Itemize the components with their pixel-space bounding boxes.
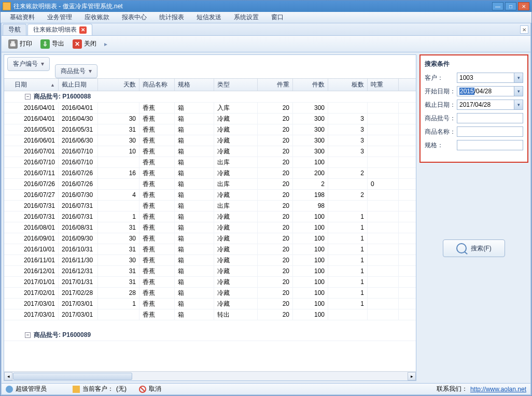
collapse-icon[interactable]: −: [25, 332, 31, 338]
col-end[interactable]: 截止日期: [59, 79, 98, 91]
minimize-button[interactable]: —: [492, 2, 503, 10]
menu-item[interactable]: 报表中心: [116, 11, 153, 23]
collapse-icon[interactable]: −: [25, 94, 31, 100]
group-row[interactable]: −商品批号: P1600088: [4, 91, 416, 103]
maximize-button[interactable]: □: [505, 2, 516, 10]
cell: 100: [293, 277, 328, 287]
toolbar-overflow[interactable]: ▸: [103, 38, 108, 50]
scroll-thumb[interactable]: [13, 373, 132, 380]
user-icon: [6, 386, 13, 393]
chevron-down-icon[interactable]: ▾: [514, 73, 523, 82]
table-row[interactable]: 2016/07/112016/07/2616香蕉箱冷藏202002: [4, 168, 416, 179]
cell: [98, 309, 139, 320]
cell: 冷藏: [214, 168, 258, 178]
end-date-input[interactable]: 2017/04/28▾: [457, 100, 523, 110]
cell: 2: [293, 179, 328, 189]
spec-input[interactable]: [457, 140, 523, 150]
print-button[interactable]: 🖶打印: [5, 38, 36, 50]
table-row[interactable]: 2016/09/012016/09/3030香蕉箱冷藏201001: [4, 233, 416, 244]
table-row[interactable]: 2016/05/012016/05/3131香蕉箱冷藏203003: [4, 124, 416, 135]
label-customer: 客户：: [425, 74, 457, 82]
menu-item[interactable]: 统计报表: [153, 11, 190, 23]
table-row[interactable]: 2016/12/012016/12/3131香蕉箱冷藏201001: [4, 266, 416, 277]
cell: 2016/07/30: [59, 190, 98, 200]
tabs-close-all[interactable]: ✕: [520, 25, 528, 34]
menu-item[interactable]: 基础资料: [4, 11, 41, 23]
cell: 箱: [175, 309, 214, 320]
col-date[interactable]: 日期▲: [4, 79, 59, 91]
group-row[interactable]: −商品批号: P1600089: [4, 330, 416, 341]
col-name[interactable]: 商品名称: [139, 79, 175, 91]
table-row[interactable]: 2016/08/012016/08/3131香蕉箱冷藏201001: [4, 222, 416, 233]
cell: [98, 157, 139, 167]
table-row[interactable]: 2016/07/262016/07/26香蕉箱出库2020: [4, 179, 416, 190]
cell: 31: [98, 244, 139, 254]
table-row[interactable]: 2016/06/012016/06/3030香蕉箱冷藏203003: [4, 135, 416, 146]
export-button[interactable]: ⇩导出: [37, 38, 68, 50]
cell: 香蕉: [139, 255, 175, 265]
tab-detail[interactable]: 往来账款明细表 ✕: [27, 24, 92, 35]
table-row[interactable]: 2016/07/102016/07/10香蕉箱出库20100: [4, 157, 416, 168]
cell: 20: [258, 255, 293, 265]
group-customer-tab[interactable]: 客户编号▾: [7, 57, 50, 71]
col-tw[interactable]: 吨重: [368, 79, 399, 91]
table-row[interactable]: 2017/02/012017/02/2828香蕉箱冷藏201001: [4, 288, 416, 299]
close-icon[interactable]: ✕: [79, 26, 87, 34]
menu-item[interactable]: 应收账款: [78, 11, 116, 23]
cell: 冷藏: [214, 288, 258, 298]
menu-item[interactable]: 短信发送: [190, 11, 228, 23]
cell: 10: [98, 146, 139, 157]
close-button[interactable]: ✕关闭: [69, 38, 100, 50]
customer-icon: [73, 386, 80, 393]
table-row[interactable]: 2017/03/012017/03/011香蕉箱冷藏201001: [4, 299, 416, 309]
table-row[interactable]: 2016/10/012016/10/3131香蕉箱冷藏201001: [4, 244, 416, 255]
table-row[interactable]: 2016/07/272016/07/304香蕉箱冷藏201982: [4, 190, 416, 201]
table-row[interactable]: 2016/11/012016/11/3030香蕉箱冷藏201001: [4, 255, 416, 266]
table-row[interactable]: 2016/07/312016/07/31香蕉箱出库2098: [4, 201, 416, 211]
col-pc[interactable]: 件数: [293, 79, 328, 91]
cell: 香蕉: [139, 114, 175, 124]
horizontal-scrollbar[interactable]: ◂ ▸: [4, 371, 416, 380]
grid-body[interactable]: −商品批号: P16000882016/04/012016/04/01香蕉箱入库…: [4, 91, 416, 371]
chevron-down-icon[interactable]: ▾: [514, 87, 523, 96]
cell: 1: [328, 244, 368, 254]
name-input[interactable]: [457, 126, 523, 137]
group-product-tab[interactable]: 商品批号▾: [55, 64, 97, 78]
cancel-button[interactable]: 取消: [149, 385, 161, 393]
menu-item[interactable]: 系统设置: [228, 11, 265, 23]
cell: 20: [258, 309, 293, 320]
table-row[interactable]: 2016/07/012016/07/1010香蕉箱冷藏203003: [4, 146, 416, 157]
col-spec[interactable]: 规格: [175, 79, 214, 91]
customer-input[interactable]: 1003▾: [457, 73, 523, 83]
scroll-left-button[interactable]: ◂: [4, 372, 12, 380]
search-button[interactable]: 搜索(F): [443, 239, 505, 257]
col-type[interactable]: 类型: [214, 79, 258, 91]
tab-navigation[interactable]: 导航: [3, 24, 26, 35]
table-row[interactable]: 2017/03/012017/03/01香蕉箱转出20100: [4, 309, 416, 320]
cell: 香蕉: [139, 168, 175, 178]
menu-item[interactable]: 业务管理: [41, 11, 78, 23]
cell: 1: [328, 266, 368, 276]
table-row[interactable]: 2016/04/012016/04/01香蕉箱入库20300: [4, 103, 416, 114]
window-close-button[interactable]: ✕: [518, 2, 529, 10]
col-days[interactable]: 天数: [98, 79, 139, 91]
cell: 2017/01/01: [4, 277, 59, 287]
contact-link[interactable]: http://www.aolan.net: [470, 386, 526, 393]
batch-input[interactable]: [457, 113, 523, 123]
col-bn[interactable]: 板数: [328, 79, 368, 91]
chevron-down-icon: ▾: [41, 60, 44, 67]
cell: 冷藏: [214, 299, 258, 309]
cell: [98, 103, 139, 113]
menu-item[interactable]: 窗口: [265, 11, 290, 23]
scroll-right-button[interactable]: ▸: [408, 372, 416, 380]
table-row[interactable]: 2016/04/012016/04/3030香蕉箱冷藏203003: [4, 114, 416, 124]
chevron-down-icon[interactable]: ▾: [514, 100, 523, 109]
group-label: 商品批号: P1600088: [34, 92, 91, 101]
cell: 出库: [214, 201, 258, 211]
start-date-input[interactable]: 2015/04/28▾: [457, 86, 523, 96]
table-row[interactable]: 2017/01/012017/01/3131香蕉箱冷藏201001: [4, 277, 416, 288]
cell: 冷藏: [214, 255, 258, 265]
cell: 2017/02/01: [4, 288, 59, 298]
col-pw[interactable]: 件重: [258, 79, 293, 91]
table-row[interactable]: 2016/07/312016/07/311香蕉箱冷藏201001: [4, 211, 416, 222]
